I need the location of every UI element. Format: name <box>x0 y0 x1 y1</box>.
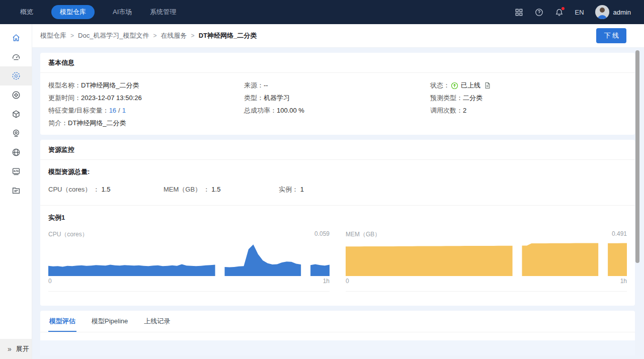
sidebar-item-dev-tools[interactable] <box>0 162 32 181</box>
user-menu[interactable]: admin <box>595 5 631 19</box>
field-status: 状态： 已上线 <box>430 81 491 90</box>
gear-dashed-circle-icon <box>12 71 21 80</box>
sidebar-item-settings[interactable] <box>0 85 32 105</box>
tab-online-records[interactable]: 上线记录 <box>143 311 171 332</box>
field-predict-type: 预测类型： 二分类 <box>430 94 491 103</box>
mem-axis-start: 0 <box>346 278 349 285</box>
cube-icon <box>12 110 21 119</box>
feature-variables-link[interactable]: 16 <box>109 106 116 115</box>
tab-model-pipeline[interactable]: 模型Pipeline <box>91 311 129 332</box>
instance-title: 实例1 <box>48 213 627 222</box>
field-description: 简介： DT神经网络_二分类 <box>48 119 244 128</box>
sidebar-item-dashboard[interactable] <box>0 47 32 66</box>
resource-monitor-card: 资源监控 模型资源总量: CPU（cores） ： 1.5 MEM（GB） ： … <box>40 140 635 306</box>
field-model-name: 模型名称： DT神经网络_二分类 <box>48 81 244 90</box>
mem-chart-label: MEM（GB） <box>346 230 380 239</box>
top-nav: 概览 模型仓库 AI市场 系统管理 EN admin <box>0 0 644 24</box>
webcam-icon <box>12 129 21 138</box>
nav-item-ai-market[interactable]: AI市场 <box>113 8 132 17</box>
cpu-axis-start: 0 <box>48 278 52 285</box>
detail-tabs: 模型评估 模型Pipeline 上线记录 <box>40 311 635 332</box>
sidebar-item-models[interactable] <box>0 105 32 124</box>
mem-area-chart <box>346 243 627 276</box>
dashboard-gauge-icon <box>12 52 21 61</box>
offline-button[interactable]: 下 线 <box>596 28 626 43</box>
field-call-count: 调用次数： 2 <box>430 106 491 115</box>
apps-grid-icon[interactable] <box>515 8 524 17</box>
sidebar-item-network[interactable] <box>0 143 32 162</box>
breadcrumb-separator: > <box>70 32 74 39</box>
breadcrumb-separator: > <box>191 32 195 39</box>
nav-item-system-management[interactable]: 系统管理 <box>150 8 176 17</box>
top-nav-actions: EN admin <box>515 5 631 19</box>
field-success-rate: 总成功率： 100.00 % <box>244 106 430 115</box>
folder-files-icon <box>12 186 21 195</box>
log-document-icon[interactable] <box>484 82 491 89</box>
table-header-strip <box>40 340 635 355</box>
code-icon <box>12 167 21 176</box>
breadcrumb: 模型仓库 > Doc_机器学习_模型文件 > 在线服务 > DT神经网络_二分类 <box>40 31 257 40</box>
notification-bell-icon[interactable] <box>555 8 564 17</box>
breadcrumb-model-warehouse[interactable]: 模型仓库 <box>40 31 66 40</box>
cpu-chart-panel: CPU（cores） 0.059 0 1h <box>48 230 330 292</box>
total-mem: MEM（GB） ： 1.5 <box>164 185 279 194</box>
cpu-chart-label: CPU（cores） <box>48 230 88 239</box>
cpu-axis-end: 1h <box>323 278 330 285</box>
sidebar-expand-toggle[interactable]: » 展开 <box>0 339 32 359</box>
cpu-chart-max-value: 0.059 <box>314 230 330 239</box>
field-type: 类型： 机器学习 <box>244 94 430 103</box>
mem-chart-max-value: 0.491 <box>612 230 627 239</box>
vertical-scrollbar[interactable] <box>635 50 639 263</box>
status-online-up-icon <box>451 82 458 89</box>
tab-model-evaluation[interactable]: 模型评估 <box>48 311 76 332</box>
gear-circle-icon <box>12 91 21 100</box>
notification-badge <box>561 7 565 10</box>
detail-tabs-card: 模型评估 模型Pipeline 上线记录 <box>40 311 635 355</box>
mem-chart-panel: MEM（GB） 0.491 0 1h <box>346 230 627 292</box>
sidebar-item-home[interactable] <box>0 28 32 47</box>
language-switch[interactable]: EN <box>575 9 584 16</box>
cpu-area-chart <box>48 243 330 276</box>
expand-label: 展开 <box>16 344 29 353</box>
model-resource-total-title: 模型资源总量: <box>48 167 627 176</box>
top-nav-menu: 概览 模型仓库 AI市场 系统管理 <box>20 5 176 19</box>
page-content: 基本信息 模型名称： DT神经网络_二分类 更新时间： 2023-12-07 1… <box>32 48 644 359</box>
breadcrumb-separator: > <box>153 32 157 39</box>
breadcrumb-model-file[interactable]: Doc_机器学习_模型文件 <box>78 31 149 40</box>
breadcrumb-bar: 模型仓库 > Doc_机器学习_模型文件 > 在线服务 > DT神经网络_二分类… <box>32 24 644 48</box>
field-source: 来源： -- <box>244 81 430 90</box>
sidebar-item-model-services[interactable] <box>0 66 32 85</box>
status-text: 已上线 <box>461 81 480 90</box>
resource-monitor-title: 资源监控 <box>40 140 635 160</box>
basic-info-card: 基本信息 模型名称： DT神经网络_二分类 更新时间： 2023-12-07 1… <box>40 53 635 135</box>
globe-icon <box>12 148 21 157</box>
help-icon[interactable] <box>535 8 544 17</box>
resource-totals: CPU（cores） ： 1.5 MEM（GB） ： 1.5 实例： 1 <box>48 185 627 194</box>
field-update-time: 更新时间： 2023-12-07 13:50:26 <box>48 94 244 103</box>
nav-item-overview[interactable]: 概览 <box>20 8 33 17</box>
total-instances: 实例： 1 <box>279 185 394 194</box>
mem-axis-end: 1h <box>620 278 627 285</box>
sidebar-item-monitor[interactable] <box>0 124 32 143</box>
target-variables-link[interactable]: 1 <box>122 106 126 115</box>
field-variables: 特征变量/目标变量： 16 / 1 <box>48 106 244 115</box>
avatar <box>595 5 609 19</box>
chevrons-right-icon: » <box>8 345 12 353</box>
nav-item-model-warehouse[interactable]: 模型仓库 <box>51 5 95 19</box>
breadcrumb-current: DT神经网络_二分类 <box>199 31 257 40</box>
left-sidebar: » 展开 <box>0 24 32 359</box>
breadcrumb-online-service[interactable]: 在线服务 <box>161 31 187 40</box>
username: admin <box>613 9 631 16</box>
home-icon <box>12 33 21 42</box>
total-cpu: CPU（cores） ： 1.5 <box>48 185 164 194</box>
sidebar-item-files[interactable] <box>0 181 32 200</box>
basic-info-title: 基本信息 <box>40 53 635 73</box>
